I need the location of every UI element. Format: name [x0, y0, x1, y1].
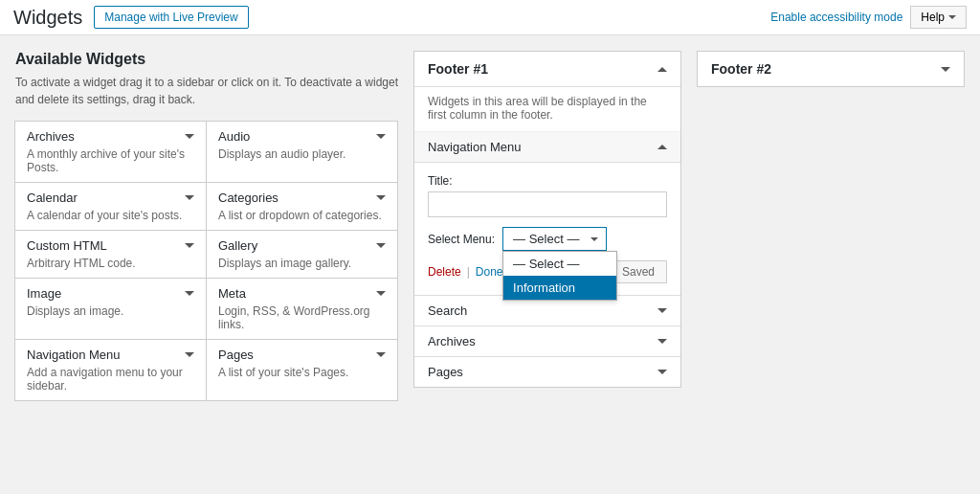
- widget-navigation-menu-label: Navigation Menu: [27, 348, 121, 362]
- help-button[interactable]: Help: [910, 6, 967, 29]
- top-bar-left: Widgets Manage with Live Preview: [13, 6, 249, 29]
- dropdown-option-information[interactable]: Information: [503, 276, 616, 300]
- footer1-area: Footer #1 Widgets in this area will be d…: [413, 51, 681, 388]
- widget-meta[interactable]: Meta Login, RSS, & WordPress.org links.: [206, 278, 398, 340]
- widget-audio-label: Audio: [218, 129, 250, 144]
- middle-panel: Footer #1 Widgets in this area will be d…: [413, 51, 681, 399]
- widget-calendar-chevron-icon: [185, 195, 194, 200]
- available-widgets-desc: To activate a widget drag it to a sideba…: [15, 74, 398, 108]
- widget-image[interactable]: Image Displays an image.: [14, 278, 207, 340]
- widget-custom-html-desc: Arbitrary HTML code.: [27, 257, 194, 270]
- widget-meta-desc: Login, RSS, & WordPress.org links.: [218, 304, 386, 331]
- widget-action-links: Delete | Done: [428, 265, 503, 279]
- pages-widget-chevron-icon: [657, 370, 667, 374]
- page-title: Widgets: [13, 7, 82, 29]
- widget-archives-header: Archives: [27, 129, 194, 144]
- widget-gallery-label: Gallery: [218, 238, 257, 253]
- footer2-chevron-icon: [941, 67, 950, 72]
- widget-pages-desc: A list of your site's Pages.: [218, 366, 386, 379]
- widget-grid: Archives A monthly archive of your site'…: [15, 122, 398, 401]
- widget-archives[interactable]: Archives A monthly archive of your site'…: [14, 121, 207, 183]
- widget-pages-label: Pages: [218, 348, 254, 362]
- available-widgets-title: Available Widgets: [15, 51, 398, 68]
- help-chevron-icon: [948, 15, 956, 19]
- nav-menu-widget-body: Title: Select Menu: — Select — — Select …: [414, 163, 680, 295]
- widget-custom-html-chevron-icon: [185, 243, 194, 248]
- widget-pages[interactable]: Pages A list of your site's Pages.: [206, 339, 398, 401]
- widget-meta-chevron-icon: [376, 291, 386, 296]
- widget-pages-header: Pages: [218, 348, 386, 362]
- widget-meta-label: Meta: [218, 286, 246, 301]
- footer2-title: Footer #2: [711, 61, 771, 77]
- widget-audio[interactable]: Audio Displays an audio player.: [206, 121, 398, 183]
- footer1-chevron-up-icon: [657, 67, 667, 72]
- widget-calendar-label: Calendar: [27, 191, 78, 205]
- widget-categories[interactable]: Categories A list or dropdown of categor…: [206, 182, 398, 231]
- nav-menu-widget-expanded: Navigation Menu Title: Select Menu: — Se…: [414, 132, 680, 296]
- title-field-row: Title:: [428, 174, 667, 217]
- manage-preview-button[interactable]: Manage with Live Preview: [94, 6, 248, 29]
- widget-categories-header: Categories: [218, 191, 386, 205]
- main-content: Available Widgets To activate a widget d…: [0, 35, 980, 416]
- widget-calendar[interactable]: Calendar A calendar of your site's posts…: [14, 182, 207, 231]
- archives-widget-collapsed: Archives: [414, 326, 680, 357]
- widget-audio-header: Audio: [218, 129, 386, 144]
- select-menu-button[interactable]: — Select —: [502, 227, 607, 251]
- widget-gallery-desc: Displays an image gallery.: [218, 257, 386, 270]
- widget-custom-html-header: Custom HTML: [27, 238, 194, 253]
- top-bar: Widgets Manage with Live Preview Enable …: [0, 0, 980, 35]
- archives-widget-chevron-icon: [657, 339, 667, 344]
- footer2-header[interactable]: Footer #2: [697, 51, 965, 87]
- pages-widget-header[interactable]: Pages: [414, 357, 680, 387]
- widget-archives-desc: A monthly archive of your site's Posts.: [27, 147, 194, 174]
- widget-custom-html-label: Custom HTML: [27, 238, 107, 253]
- saved-button[interactable]: Saved: [610, 260, 667, 283]
- widget-meta-header: Meta: [218, 286, 386, 301]
- accessibility-link[interactable]: Enable accessibility mode: [770, 11, 902, 24]
- footer1-desc: Widgets in this area will be displayed i…: [414, 87, 680, 132]
- archives-widget-label: Archives: [428, 334, 476, 348]
- widget-image-desc: Displays an image.: [27, 304, 194, 318]
- delete-link[interactable]: Delete: [428, 265, 461, 279]
- widget-gallery[interactable]: Gallery Displays an image gallery.: [206, 230, 398, 279]
- widget-image-header: Image: [27, 286, 194, 301]
- left-panel: Available Widgets To activate a widget d…: [15, 51, 398, 401]
- widget-navigation-menu-desc: Add a navigation menu to your sidebar.: [27, 366, 194, 393]
- footer1-title: Footer #1: [428, 61, 488, 77]
- widget-categories-desc: A list or dropdown of categories.: [218, 209, 386, 222]
- title-field-input[interactable]: [428, 191, 667, 217]
- widget-navigation-menu-chevron-icon: [185, 352, 194, 357]
- action-divider: |: [465, 265, 472, 279]
- footer1-header[interactable]: Footer #1: [414, 52, 680, 87]
- pages-widget-collapsed: Pages: [414, 357, 680, 387]
- select-menu-wrapper: — Select — — Select — Information: [502, 227, 607, 251]
- widget-gallery-chevron-icon: [376, 243, 386, 248]
- widget-archives-chevron-icon: [185, 134, 194, 139]
- top-bar-right: Enable accessibility mode Help: [770, 6, 967, 29]
- widget-image-chevron-icon: [185, 291, 194, 296]
- widget-calendar-desc: A calendar of your site's posts.: [27, 209, 194, 222]
- widget-navigation-menu-header: Navigation Menu: [27, 348, 194, 362]
- nav-menu-widget-title: Navigation Menu: [428, 140, 522, 154]
- widget-archives-label: Archives: [27, 129, 75, 144]
- widget-categories-chevron-icon: [376, 195, 386, 200]
- right-panel: Footer #2: [697, 51, 965, 87]
- search-widget-label: Search: [428, 303, 467, 318]
- widget-navigation-menu[interactable]: Navigation Menu Add a navigation menu to…: [14, 339, 207, 401]
- archives-widget-header[interactable]: Archives: [414, 326, 680, 356]
- dropdown-option-select[interactable]: — Select —: [503, 252, 616, 276]
- widget-pages-chevron-icon: [376, 352, 386, 357]
- widget-gallery-header: Gallery: [218, 238, 386, 253]
- widget-audio-desc: Displays an audio player.: [218, 147, 386, 161]
- search-widget-chevron-icon: [657, 308, 667, 313]
- done-link[interactable]: Done: [476, 265, 503, 279]
- widget-custom-html[interactable]: Custom HTML Arbitrary HTML code.: [14, 230, 207, 279]
- title-field-label: Title:: [428, 174, 667, 188]
- pages-widget-label: Pages: [428, 365, 463, 379]
- nav-menu-widget-chevron-up-icon: [657, 145, 667, 149]
- select-menu-row: Select Menu: — Select — — Select — Infor…: [428, 227, 667, 251]
- widget-categories-label: Categories: [218, 191, 278, 205]
- nav-menu-widget-header[interactable]: Navigation Menu: [414, 132, 680, 163]
- select-menu-label: Select Menu:: [428, 233, 495, 246]
- help-label: Help: [921, 11, 945, 24]
